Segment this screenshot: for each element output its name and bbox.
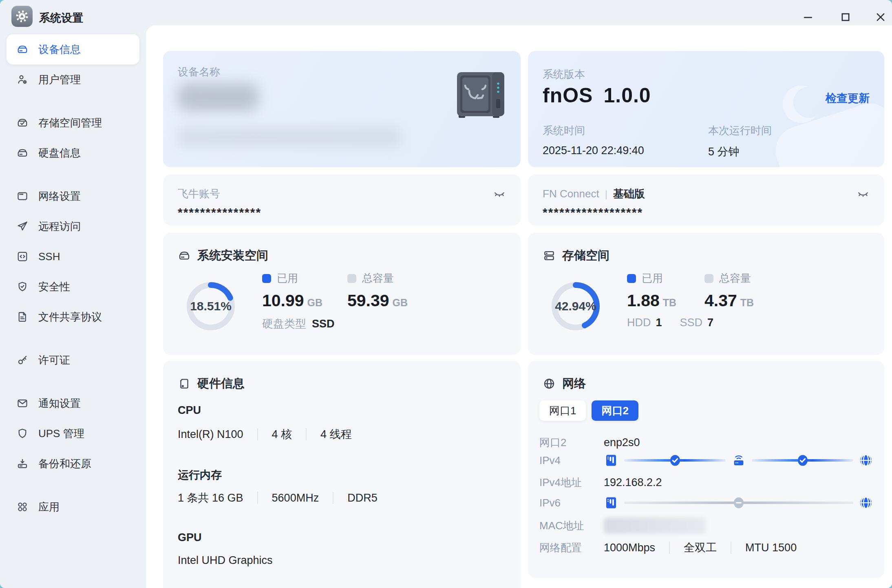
system-time-block: 系统时间 2025-11-20 22:49:40 — [543, 124, 644, 157]
titlebar: 系统设置 — [0, 0, 892, 25]
ipv4-address-value: 192.168.2.2 — [604, 476, 873, 489]
disk-count-row: HDD1 SSD7 — [627, 316, 713, 329]
sidebar-item-user-management[interactable]: 用户管理 — [7, 64, 139, 95]
sidebar: 设备信息 用户管理 存储空间管理 硬盘信息 网络设置 远程访问 SSH 安全性 — [0, 34, 146, 522]
sidebar-item-file-sharing[interactable]: 文件共享协议 — [7, 302, 139, 332]
fn-account-label: 飞牛账号 — [178, 187, 220, 201]
download-tray-icon — [16, 458, 29, 470]
total-legend: 总容量 59.39GB — [347, 271, 408, 310]
system-time-value: 2025-11-20 22:49:40 — [543, 144, 644, 157]
ipv4-link-segment — [624, 459, 726, 462]
sidebar-item-disk-info[interactable]: 硬盘信息 — [7, 138, 139, 168]
sidebar-item-ssh[interactable]: SSH — [7, 241, 139, 272]
tab-port2[interactable]: 网口2 — [592, 400, 638, 421]
gpu-label: GPU — [178, 531, 202, 544]
system-version-label: 系统版本 — [543, 67, 585, 82]
sidebar-item-remote-access[interactable]: 远程访问 — [7, 211, 139, 241]
device-name-card: 设备名称 — [163, 51, 521, 167]
eye-closed-icon[interactable] — [857, 188, 870, 201]
close-button[interactable] — [873, 10, 888, 24]
shield-icon — [16, 427, 29, 440]
minimize-button[interactable] — [801, 10, 815, 24]
mac-address-row: MAC地址 — [539, 517, 873, 535]
os-version-value: fnOS1.0.0 — [543, 84, 651, 107]
device-name-redacted — [177, 83, 259, 111]
storage-check-icon — [16, 117, 29, 129]
fn-account-card: 飞牛账号 *************** — [163, 175, 521, 225]
fn-connect-masked-value: ****************** — [543, 206, 643, 219]
ram-values-row: 1 条共 16 GB 5600MHz DDR5 — [178, 491, 378, 505]
sidebar-item-ups-management[interactable]: UPS 管理 — [7, 418, 139, 449]
apps-grid-icon — [16, 501, 29, 513]
ipv6-status-row: IPv6 — [539, 494, 873, 512]
install-space-percent: 18.51% — [185, 281, 236, 332]
sidebar-item-notification-settings[interactable]: 通知设置 — [7, 388, 139, 418]
card-title: 网络 — [543, 376, 586, 392]
sidebar-item-network-settings[interactable]: 网络设置 — [7, 181, 139, 211]
shield-check-icon — [16, 281, 29, 293]
used-legend-swatch — [627, 274, 636, 283]
uptime-label: 本次运行时间 — [708, 124, 772, 138]
globe-icon — [543, 377, 556, 390]
window-dots-icon — [16, 190, 29, 202]
nas-device-illustration — [454, 70, 508, 124]
sidebar-item-device-info[interactable]: 设备信息 — [7, 34, 139, 64]
system-time-label: 系统时间 — [543, 124, 644, 138]
ipv4-status-row: IPv4 — [539, 451, 873, 469]
uptime-value: 5 分钟 — [708, 146, 740, 158]
app-gear-icon — [11, 6, 33, 27]
install-space-donut: 18.51% — [185, 281, 236, 332]
system-install-space-card: 系统安装空间 18.51% 已用 10.99GB 总容量 59.39GB 硬盘类… — [163, 233, 521, 355]
sidebar-item-apps[interactable]: 应用 — [7, 492, 139, 522]
storage-donut: 42.94% — [550, 281, 601, 332]
disk-type-row: 硬盘类型SSD — [262, 316, 335, 331]
drive-icon — [178, 249, 191, 262]
check-node-icon — [669, 454, 682, 467]
ipv4-internet-segment — [752, 459, 853, 462]
fn-connect-tier: 基础版 — [613, 188, 645, 200]
user-gear-icon — [16, 73, 29, 86]
device-description-redacted — [177, 126, 402, 148]
port-value: enp2s0 — [604, 436, 873, 449]
sidebar-item-backup-restore[interactable]: 备份和还原 — [7, 449, 139, 479]
cpu-label: CPU — [178, 404, 201, 417]
drive-icon — [16, 43, 29, 55]
card-title: 系统安装空间 — [178, 248, 268, 264]
fn-connect-card: FN Connect|基础版 ****************** — [528, 175, 884, 225]
cpu-values-row: Intel(R) N100 4 核 4 线程 — [178, 427, 352, 442]
ram-label: 运行内存 — [178, 468, 222, 482]
hardware-info-card: 硬件信息 CPU Intel(R) N100 4 核 4 线程 运行内存 1 条… — [163, 361, 521, 588]
port-row: 网口2 enp2s0 — [539, 433, 873, 451]
system-settings-window: 系统设置 设备信息 用户管理 存储空间管理 硬盘信息 网络 — [0, 0, 892, 588]
gpu-value-row: Intel UHD Graphics — [178, 554, 273, 567]
code-square-icon — [16, 250, 29, 263]
card-title: 硬件信息 — [178, 376, 245, 392]
network-config-row: 网络配置 1000Mbps 全双工 MTU 1500 — [539, 539, 873, 557]
used-legend-swatch — [262, 274, 271, 283]
chip-board-icon — [178, 377, 191, 390]
storage-percent: 42.94% — [550, 281, 601, 332]
network-port-tabs: 网口1 网口2 — [539, 400, 638, 421]
device-name-label: 设备名称 — [178, 65, 220, 79]
eye-closed-icon[interactable] — [493, 188, 506, 201]
uptime-block: 本次运行时间 5 分钟 — [708, 124, 772, 159]
check-update-link[interactable]: 检查更新 — [826, 91, 870, 106]
sidebar-item-storage-management[interactable]: 存储空间管理 — [7, 108, 139, 138]
nas-icon — [604, 453, 618, 468]
sidebar-item-security[interactable]: 安全性 — [7, 272, 139, 302]
mac-address-redacted — [604, 517, 706, 534]
divider: | — [605, 188, 607, 199]
check-node-icon — [796, 454, 809, 467]
main-panel: 设备名称 — [146, 25, 892, 588]
used-legend: 已用 10.99GB — [262, 271, 322, 310]
ipv4-address-row: IPv4地址 192.168.2.2 — [539, 473, 873, 491]
internet-globe-icon — [859, 453, 873, 467]
ipv6-segment — [624, 502, 853, 504]
used-legend: 已用 1.88TB — [627, 271, 676, 310]
total-legend-swatch — [704, 274, 713, 283]
maximize-button[interactable] — [838, 10, 853, 24]
tab-port1[interactable]: 网口1 — [539, 400, 586, 421]
server-stack-icon — [543, 249, 556, 262]
sidebar-item-license[interactable]: 许可证 — [7, 345, 139, 375]
card-title: 存储空间 — [543, 248, 609, 264]
